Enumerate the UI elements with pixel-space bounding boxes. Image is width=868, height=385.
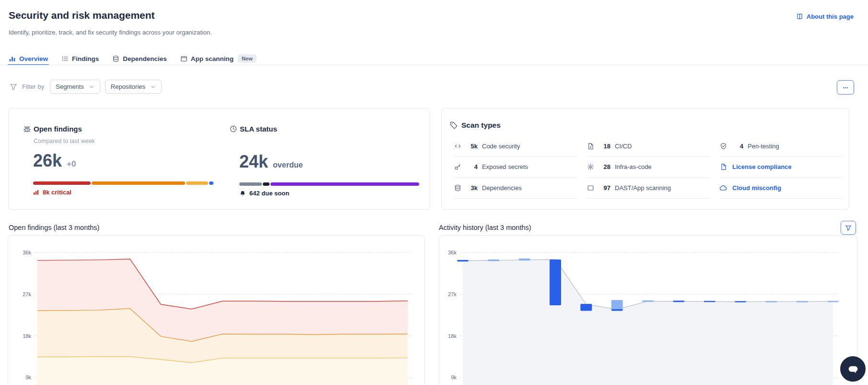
browser-icon [180, 55, 188, 62]
layers-icon [112, 55, 119, 62]
tab-dependencies[interactable]: Dependencies [112, 52, 167, 65]
scan-type-count: 97 [598, 184, 610, 192]
scan-type-license-compliance[interactable]: License compliance [720, 157, 843, 178]
open-findings-chart-title: Open findings (last 3 months) [9, 224, 99, 231]
clock-icon [229, 125, 237, 133]
scan-type-cloud-misconfig[interactable]: Cloud misconfig [720, 178, 843, 199]
scan-type-count: 4 [731, 143, 743, 150]
open-findings-chart: 36k27k18k9k [8, 236, 424, 385]
chevron-down-icon [150, 84, 156, 90]
filter-bar: Filter by Segments Repositories [10, 80, 162, 94]
severity-bar [33, 181, 213, 185]
open-findings-title: Open findings [34, 125, 82, 133]
open-findings-chart-card: 36k27k18k9k [8, 235, 425, 385]
critical-label: 8k critical [43, 189, 71, 196]
chart-filter-button[interactable] [841, 221, 856, 235]
sla-overdue-suffix: overdue [273, 156, 303, 175]
scan-types-grid: 5kCode security4Exposed secrets3kDepende… [454, 136, 843, 199]
scan-types-title: Scan types [461, 121, 501, 130]
critical-count: 8k critical [33, 189, 213, 196]
scan-type-label: DAST/App scanning [615, 184, 671, 192]
funnel-icon [845, 225, 852, 231]
doc-icon [720, 163, 727, 170]
svg-text:36k: 36k [23, 250, 31, 255]
tab-label: Dependencies [123, 55, 167, 62]
scan-type-label: Infra-as-code [615, 163, 652, 170]
open-findings-delta: +0 [67, 155, 76, 174]
scan-type-label: Dependencies [482, 184, 522, 192]
tab-findings[interactable]: Findings [61, 52, 99, 65]
funnel-icon [10, 83, 17, 91]
activity-history-chart-title: Activity history (last 3 months) [439, 224, 531, 231]
tabs-divider [0, 65, 868, 65]
scan-type-infra-as-code: 28Infra-as-code [587, 157, 710, 178]
scan-type-exposed-secrets: 4Exposed secrets [454, 157, 577, 178]
scan-types-card: Scan types 5kCode security4Exposed secre… [441, 108, 849, 210]
due-soon-label: 642 due soon [249, 190, 289, 197]
bar-segment-medium [186, 181, 208, 185]
tag-icon [449, 121, 458, 130]
about-this-page-link[interactable]: About this page [796, 13, 854, 20]
window-icon [587, 184, 594, 192]
bar-segment-low [209, 181, 213, 185]
bar-segment-high [92, 181, 185, 185]
chat-bubble-icon [846, 362, 860, 376]
chat-widget-button[interactable] [840, 356, 866, 382]
bell-icon [239, 190, 246, 197]
layers-icon [454, 184, 461, 192]
tab-label: App scanning [191, 55, 234, 62]
svg-text:18k: 18k [448, 333, 457, 339]
bar-segment-paused [239, 182, 262, 186]
segments-dropdown-value: Segments [56, 83, 84, 90]
scan-type-label: Pen-testing [748, 143, 779, 150]
book-icon [796, 13, 803, 20]
due-soon-count: 642 due soon [239, 190, 420, 197]
sla-bar [239, 182, 420, 186]
tab-overview[interactable]: Overview [9, 52, 48, 65]
tab-app-scanning[interactable]: App scanningNew [180, 52, 257, 65]
scan-type-dast-app-scanning: 97DAST/App scanning [587, 178, 710, 199]
scan-type-ci-cd: 18CI/CD [587, 136, 710, 157]
scan-type-label: License compliance [732, 163, 792, 170]
gear-icon [587, 163, 594, 170]
open-findings-section: Open findings Compared to last week 26k … [23, 125, 213, 196]
activity-history-chart: 36k27k18k9k [439, 236, 857, 385]
bug-icon [23, 125, 31, 133]
svg-text:27k: 27k [23, 291, 31, 297]
svg-text:36k: 36k [448, 250, 457, 255]
scan-type-count: 5k [465, 143, 478, 150]
new-badge: New [238, 54, 257, 63]
activity-history-chart-card: 36k27k18k9k [439, 235, 857, 385]
sla-status-title: SLA status [240, 125, 277, 133]
more-options-button[interactable]: ... [837, 80, 854, 95]
svg-text:27k: 27k [448, 291, 457, 297]
svg-text:9k: 9k [25, 374, 31, 380]
bar-segment-critical [33, 181, 91, 185]
open-findings-value: 26k [33, 151, 62, 170]
key-icon [454, 163, 461, 170]
scan-type-label: Cloud misconfig [732, 184, 781, 192]
cloud-icon [720, 184, 727, 192]
page-subtitle: Identify, prioritize, track, and fix sec… [9, 29, 212, 36]
bar-segment-overdue [270, 182, 419, 186]
scan-type-code-security: 5kCode security [454, 136, 577, 157]
mini-bars-icon [33, 189, 39, 195]
page-title: Security and risk management [9, 10, 155, 21]
scan-type-label: CI/CD [615, 143, 632, 150]
scan-type-count: 18 [598, 143, 610, 150]
repositories-dropdown-value: Repositories [111, 83, 145, 90]
bar-segment-other [263, 182, 270, 186]
scan-type-count: 4 [465, 163, 478, 170]
repositories-dropdown[interactable]: Repositories [105, 80, 162, 94]
scan-type-label: Exposed secrets [482, 163, 528, 170]
segments-dropdown[interactable]: Segments [50, 80, 100, 94]
scan-type-label: Code security [482, 143, 520, 150]
list-icon [61, 55, 69, 62]
tab-label: Overview [19, 55, 48, 62]
scan-type-count: 3k [465, 184, 478, 192]
tab-bar: OverviewFindingsDependenciesApp scanning… [9, 52, 257, 65]
scan-type-dependencies: 3kDependencies [454, 178, 577, 199]
sla-status-section: SLA status 24k overdue 642 due soon [229, 125, 420, 197]
file-check-icon [587, 143, 594, 150]
tab-label: Findings [72, 55, 99, 62]
